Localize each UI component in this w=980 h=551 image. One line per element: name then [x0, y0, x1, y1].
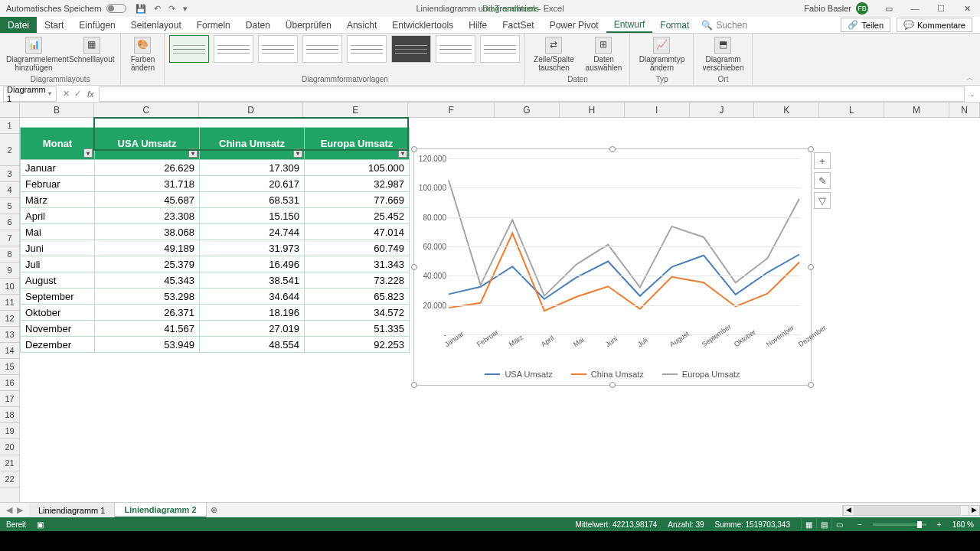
col-header-E[interactable]: E	[303, 103, 408, 117]
row-header-21[interactable]: 21	[0, 455, 19, 471]
row-header-15[interactable]: 15	[0, 359, 19, 375]
chart-filters-button[interactable]: ▽	[814, 192, 831, 209]
change-chart-type-button[interactable]: 📈Diagrammtyp ändern	[635, 35, 688, 73]
chart-elements-button[interactable]: +	[814, 152, 831, 169]
chart-style-4[interactable]	[302, 35, 342, 63]
save-icon[interactable]: 💾	[136, 4, 146, 14]
horizontal-scrollbar[interactable]: ◀▶	[842, 505, 980, 516]
redo-icon[interactable]: ↷	[168, 4, 175, 14]
table-row[interactable]: März45.68768.53177.669	[21, 192, 410, 208]
sheet-tab-2[interactable]: Liniendiagramm 2	[115, 503, 206, 518]
view-normal-icon[interactable]: ▦	[801, 519, 816, 530]
row-header-7[interactable]: 7	[0, 230, 19, 246]
chart-style-5[interactable]	[347, 35, 387, 63]
table-header[interactable]: Europa Umsatz▾	[305, 128, 410, 160]
ribbon-options-icon[interactable]: ▭	[876, 0, 902, 17]
add-chart-element-button[interactable]: 📊Diagrammelement hinzufügen	[5, 35, 63, 73]
search-label[interactable]: Suchen	[716, 20, 747, 31]
col-header-L[interactable]: L	[819, 103, 884, 117]
filter-icon[interactable]: ▾	[293, 148, 302, 158]
row-header-19[interactable]: 19	[0, 423, 19, 439]
zoom-out-icon[interactable]: −	[858, 520, 862, 529]
tab-format[interactable]: Format	[652, 17, 697, 33]
row-header-13[interactable]: 13	[0, 327, 19, 343]
row-header-12[interactable]: 12	[0, 311, 19, 327]
tab-factset[interactable]: FactSet	[495, 17, 541, 33]
col-header-G[interactable]: G	[495, 103, 560, 117]
row-header-9[interactable]: 9	[0, 262, 19, 279]
expand-fbar-icon[interactable]: ⌄	[965, 90, 980, 98]
tab-start[interactable]: Start	[37, 17, 71, 33]
move-chart-button[interactable]: ⬒Diagramm verschieben	[698, 35, 747, 73]
quick-layout-button[interactable]: ▦Schnelllayout	[67, 35, 116, 65]
sheet-tab-1[interactable]: Liniendiagramm 1	[29, 503, 115, 518]
autosave-toggle[interactable]	[106, 4, 126, 13]
row-header-17[interactable]: 17	[0, 391, 19, 407]
table-row[interactable]: April23.30815.15025.452	[21, 208, 410, 224]
row-header-11[interactable]: 11	[0, 295, 19, 311]
filter-icon[interactable]: ▾	[83, 148, 93, 158]
tab-einfügen[interactable]: Einfügen	[71, 17, 122, 33]
row-header-10[interactable]: 10	[0, 279, 19, 295]
table-row[interactable]: Januar26.62917.309105.000	[21, 160, 410, 176]
table-header[interactable]: Monat▾	[21, 128, 95, 160]
data-table[interactable]: Monat▾USA Umsatz▾China Umsatz▾Europa Ums…	[20, 127, 410, 353]
table-row[interactable]: August45.34338.54173.228	[21, 272, 410, 289]
row-header-3[interactable]: 3	[0, 166, 19, 182]
select-data-button[interactable]: ⊞Daten auswählen	[582, 35, 625, 73]
table-row[interactable]: Juni49.18931.97360.749	[21, 240, 410, 256]
tab-power pivot[interactable]: Power Pivot	[542, 17, 606, 33]
tab-entwicklertools[interactable]: Entwicklertools	[384, 17, 461, 33]
view-pagebreak-icon[interactable]: ▭	[831, 519, 847, 530]
select-all-corner[interactable]	[0, 103, 20, 118]
col-header-H[interactable]: H	[560, 103, 625, 117]
row-header-14[interactable]: 14	[0, 343, 19, 359]
row-header-22[interactable]: 22	[0, 471, 19, 487]
close-icon[interactable]: ✕	[954, 0, 980, 17]
view-layout-icon[interactable]: ▤	[816, 519, 831, 530]
chart-styles-button[interactable]: ✎	[814, 172, 831, 189]
change-colors-button[interactable]: 🎨Farben ändern	[126, 35, 159, 73]
table-row[interactable]: September53.29834.64465.823	[21, 289, 410, 305]
accept-formula-icon[interactable]: ✓	[74, 89, 81, 99]
chart-style-1[interactable]	[169, 35, 209, 63]
chart-plot-area[interactable]: -20.00040.00060.00080.000100.000120.000J…	[448, 158, 800, 333]
legend-item[interactable]: Europa Umsatz	[662, 370, 740, 379]
chart-style-3[interactable]	[258, 35, 298, 63]
user-avatar[interactable]: FB	[856, 2, 868, 15]
zoom-level[interactable]: 160 %	[952, 520, 974, 529]
chart-style-8[interactable]	[480, 35, 520, 63]
table-header[interactable]: China Umsatz▾	[200, 128, 305, 160]
col-header-F[interactable]: F	[408, 103, 495, 117]
chart-style-7[interactable]	[436, 35, 475, 63]
tab-file[interactable]: Datei	[0, 17, 37, 33]
col-header-K[interactable]: K	[754, 103, 819, 117]
chart-legend[interactable]: USA UmsatzChina UmsatzEuropa Umsatz	[414, 370, 811, 379]
cancel-formula-icon[interactable]: ✕	[63, 89, 70, 99]
col-header-J[interactable]: J	[690, 103, 755, 117]
tab-formeln[interactable]: Formeln	[189, 17, 238, 33]
col-header-N[interactable]: N	[949, 103, 980, 117]
chart-style-2[interactable]	[214, 35, 253, 63]
chart-style-6[interactable]	[391, 35, 431, 63]
col-header-D[interactable]: D	[199, 103, 304, 117]
col-header-C[interactable]: C	[94, 103, 199, 117]
share-button[interactable]: 🔗Teilen	[841, 18, 890, 32]
maximize-icon[interactable]: ☐	[928, 0, 954, 17]
zoom-in-icon[interactable]: +	[937, 520, 942, 529]
tab-entwurf[interactable]: Entwurf	[606, 17, 653, 33]
row-header-8[interactable]: 8	[0, 246, 19, 262]
row-header-1[interactable]: 1	[0, 118, 19, 134]
row-header-16[interactable]: 16	[0, 375, 19, 391]
qat-more-icon[interactable]: ▾	[183, 4, 188, 14]
sheet-nav-next[interactable]: ▶	[17, 505, 23, 515]
table-row[interactable]: Februar31.71820.61732.987	[21, 176, 410, 192]
minimize-icon[interactable]: —	[902, 0, 928, 17]
col-header-B[interactable]: B	[20, 103, 94, 117]
legend-item[interactable]: USA Umsatz	[485, 370, 552, 379]
tab-ansicht[interactable]: Ansicht	[339, 17, 384, 33]
row-header-20[interactable]: 20	[0, 439, 19, 455]
table-row[interactable]: Mai38.06824.74447.014	[21, 224, 410, 240]
search-icon[interactable]: 🔍	[701, 20, 713, 31]
row-header-4[interactable]: 4	[0, 182, 19, 198]
